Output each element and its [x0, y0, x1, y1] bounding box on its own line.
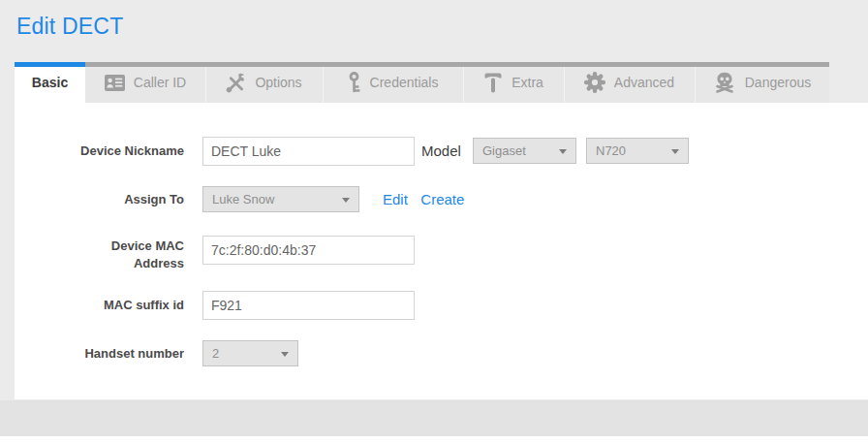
- device-mac-label: Device MAC Address: [15, 238, 184, 272]
- tab-extra[interactable]: Extra: [463, 62, 564, 103]
- tab-dangerous[interactable]: Dangerous: [695, 62, 829, 103]
- footer-bar: [0, 400, 868, 436]
- tab-bar: Basic Caller ID Op: [15, 62, 829, 103]
- tab-extra-label: Extra: [512, 75, 543, 90]
- assign-to-label: Assign To: [15, 186, 184, 212]
- model-label: Model: [421, 137, 461, 166]
- page-title: Edit DECT: [16, 14, 123, 40]
- tab-basic-label: Basic: [32, 75, 68, 90]
- tab-dangerous-label: Dangerous: [745, 75, 812, 90]
- hammer-icon: [483, 72, 503, 93]
- device-nickname-input[interactable]: [202, 137, 415, 166]
- mac-suffix-input[interactable]: [202, 291, 415, 320]
- chevron-down-icon: [342, 198, 350, 203]
- create-link[interactable]: Create: [420, 191, 464, 207]
- tab-basic[interactable]: Basic: [15, 62, 85, 103]
- device-mac-input[interactable]: [202, 236, 415, 265]
- tab-advanced-label: Advanced: [614, 75, 674, 90]
- assign-to-links: Edit Create: [383, 186, 464, 212]
- id-card-icon: [105, 75, 125, 91]
- tools-icon: [226, 73, 246, 93]
- tab-options-label: Options: [255, 75, 301, 90]
- basic-tab-panel: Device Nickname Model Gigaset N720 Assig…: [15, 103, 868, 399]
- edit-link[interactable]: Edit: [383, 191, 408, 207]
- tab-caller-id[interactable]: Caller ID: [85, 62, 205, 103]
- tab-options[interactable]: Options: [205, 62, 323, 103]
- device-mac-label-line2: Address: [134, 256, 184, 270]
- handset-number-select[interactable]: 2: [202, 340, 298, 366]
- assign-to-select[interactable]: Luke Snow: [202, 186, 359, 212]
- mac-suffix-label: MAC suffix id: [15, 291, 184, 320]
- model-series-value: N720: [596, 143, 626, 158]
- model-brand-value: Gigaset: [482, 143, 526, 158]
- model-brand-select[interactable]: Gigaset: [473, 138, 576, 164]
- assign-to-value: Luke Snow: [212, 192, 274, 206]
- chevron-down-icon: [671, 149, 679, 154]
- tab-credentials-label: Credentials: [370, 75, 439, 90]
- model-series-select[interactable]: N720: [586, 138, 689, 164]
- gear-icon: [584, 72, 605, 93]
- chevron-down-icon: [281, 352, 289, 357]
- tab-advanced[interactable]: Advanced: [564, 62, 695, 103]
- tab-caller-id-label: Caller ID: [134, 75, 186, 90]
- device-nickname-label: Device Nickname: [15, 137, 184, 166]
- handset-number-value: 2: [212, 346, 219, 361]
- device-mac-label-line1: Device MAC: [111, 238, 184, 253]
- tab-credentials[interactable]: Credentials: [323, 62, 463, 103]
- chevron-down-icon: [559, 149, 567, 154]
- skull-icon: [713, 72, 736, 93]
- handset-number-label: Handset number: [15, 340, 184, 366]
- key-icon: [348, 72, 361, 93]
